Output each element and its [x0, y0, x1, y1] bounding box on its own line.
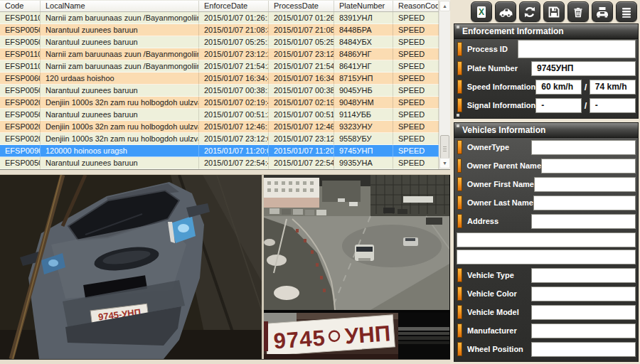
- violations-table: Code LocalName EnforceDate ProcessDate P…: [0, 0, 450, 170]
- list-icon: [620, 6, 633, 18]
- vehicles-panel: Vehicles Information OwnerType Owner Par…: [454, 122, 639, 362]
- plate-closeup-photo[interactable]: 9745 УНП: [264, 313, 398, 359]
- table-row[interactable]: EFSP0020 Denjiin 1000s 32n zam ruu holbo…: [0, 133, 439, 145]
- wheel-position-field[interactable]: [531, 342, 636, 357]
- table-row[interactable]: EFSP0050 Narantuul zuunees baruun 2015/0…: [0, 157, 439, 169]
- process-id-row: Process ID: [454, 39, 638, 59]
- scroll-up-icon[interactable]: ▲: [439, 1, 450, 11]
- vehicle-model-label: Vehicle Model: [467, 308, 531, 316]
- accent-bar: [457, 323, 462, 338]
- signal-second-field[interactable]: -: [590, 98, 636, 113]
- table-row[interactable]: EFSP0050 Narantuul zuunees baruun 2015/0…: [0, 109, 439, 121]
- table-row[interactable]: EFSP0020 Denjiin 1000s 32n zam ruu holbo…: [0, 121, 439, 133]
- closeup-plate-letters: УНП: [344, 321, 391, 348]
- table-row[interactable]: EFSP0050 Narantuul zuunees baruun 2015/0…: [0, 24, 439, 36]
- address-line2-field[interactable]: [457, 232, 636, 247]
- column-header-code[interactable]: Code: [0, 1, 41, 11]
- owner-first-name-label: Owner First Name: [467, 180, 534, 188]
- process-id-label: Process ID: [467, 45, 518, 53]
- accent-bar: [457, 305, 462, 319]
- speed-information-label: Speed Information: [467, 82, 536, 91]
- plate-number-label: Plate Number: [467, 64, 531, 73]
- accent-bar: [457, 80, 462, 94]
- speed-limit-field[interactable]: 60 km/h: [535, 80, 582, 95]
- signal-first-field[interactable]: -: [535, 98, 582, 113]
- scroll-down-icon[interactable]: ▼: [439, 158, 450, 168]
- svg-text:X: X: [479, 7, 484, 17]
- owner-type-row: OwnerType: [454, 138, 638, 156]
- owner-last-name-field[interactable]: [533, 196, 636, 210]
- column-header-enforcedate[interactable]: EnforceDate: [199, 1, 269, 11]
- table-scrollbar[interactable]: ▲ ▼: [439, 0, 450, 169]
- enforcement-app: Code LocalName EnforceDate ProcessDate P…: [0, 0, 640, 364]
- export-excel-button[interactable]: X: [471, 1, 492, 22]
- wheel-position-label: Wheel Position: [467, 345, 531, 353]
- owner-type-label: OwnerType: [467, 143, 531, 151]
- address-line3-field[interactable]: [457, 250, 636, 264]
- refresh-icon: [523, 6, 536, 18]
- owner-parent-name-row: Owner Parent Name: [454, 156, 638, 175]
- list-button[interactable]: [616, 1, 637, 22]
- bottom-strip: [0, 359, 450, 364]
- table-row[interactable]: EFSP0050 Narantuul zuunees baruun 2015/0…: [0, 85, 439, 97]
- accent-bar: [457, 214, 462, 228]
- column-header-processdate[interactable]: ProcessDate: [269, 1, 334, 11]
- evidence-photos: 9745-УНП: [0, 175, 450, 359]
- column-header-platenumber[interactable]: PlateNumber: [334, 1, 393, 11]
- accent-bar: [457, 42, 462, 56]
- owner-last-name-row: Owner Last Name: [454, 193, 638, 212]
- owner-parent-name-label: Owner Parent Name: [466, 161, 541, 170]
- column-header-localname[interactable]: LocalName: [41, 1, 199, 11]
- owner-type-field[interactable]: [531, 140, 636, 155]
- panel-grip: [457, 124, 459, 127]
- table-row[interactable]: EFSP0020 Denjiin 1000s 32n zam ruu holbo…: [0, 97, 439, 109]
- vehicle-color-label: Vehicle Color: [467, 289, 531, 298]
- table-row[interactable]: EFSP0090 120000 hoinoos uragsh 2015/01/0…: [0, 145, 439, 157]
- table-row[interactable]: EFSP0110 Narnii zam baruunaas zuun /Baya…: [0, 12, 439, 24]
- table-row[interactable]: EFSP0050 Narantuul zuunees baruun 2015/0…: [0, 36, 439, 48]
- signal-separator: /: [582, 100, 589, 111]
- accent-bar: [457, 268, 462, 282]
- vehicles-panel-title: Vehicles Information: [454, 123, 638, 138]
- vehicle-photo[interactable]: 9745-УНП: [0, 175, 262, 359]
- accent-bar: [457, 159, 462, 173]
- owner-last-name-label: Owner Last Name: [467, 198, 533, 207]
- excel-icon: X: [475, 6, 488, 18]
- vehicle-button[interactable]: [495, 1, 516, 22]
- accent-bar: [457, 196, 462, 210]
- vehicle-color-field[interactable]: [531, 287, 636, 301]
- save-button[interactable]: [543, 1, 565, 22]
- manufacturer-field[interactable]: [531, 323, 636, 338]
- plate-number-row: Plate Number 9745УНП: [454, 59, 638, 77]
- plate-number-field[interactable]: 9745УНП: [531, 61, 636, 76]
- refresh-button[interactable]: [519, 1, 540, 22]
- intersection-photo[interactable]: [264, 175, 449, 310]
- vehicle-color-row: Vehicle Color: [454, 284, 638, 303]
- enforcement-panel: Enforcement Information Process ID Plate…: [454, 23, 639, 119]
- delete-button[interactable]: [567, 1, 589, 22]
- owner-first-name-row: Owner First Name: [454, 175, 638, 193]
- table-row[interactable]: EFSP0060 120 urdaas hoishoo 2015/01/07 1…: [0, 73, 439, 85]
- process-id-field[interactable]: [518, 40, 636, 58]
- vehicle-model-row: Vehicle Model: [454, 303, 638, 321]
- owner-first-name-field[interactable]: [534, 177, 636, 192]
- table-row[interactable]: EFSP0110 Narnii zam baruunaas zuun /Baya…: [0, 48, 439, 60]
- table-header: Code LocalName EnforceDate ProcessDate P…: [0, 0, 439, 12]
- table-row[interactable]: EFSP0110 Narnii zam baruunaas zuun /Baya…: [0, 60, 439, 73]
- address-field[interactable]: [531, 214, 636, 229]
- vehicle-lookup-button[interactable]: [592, 1, 613, 22]
- closeup-plate-number: 9745: [273, 326, 326, 354]
- accent-bar: [457, 287, 462, 301]
- speed-measured-field[interactable]: 74 km/h: [590, 80, 636, 95]
- horizontal-divider: [0, 170, 450, 175]
- manufacturer-label: Manufacturer: [467, 326, 531, 335]
- column-header-reasoncode[interactable]: ReasonCode: [393, 1, 439, 11]
- left-column: Code LocalName EnforceDate ProcessDate P…: [0, 0, 450, 364]
- photo-filler: [398, 313, 449, 359]
- save-icon: [548, 6, 560, 18]
- car-icon: [498, 6, 513, 18]
- wheel-position-row: Wheel Position: [454, 340, 638, 358]
- vehicle-model-field[interactable]: [531, 305, 636, 320]
- owner-parent-name-field[interactable]: [541, 159, 636, 173]
- vehicle-type-field[interactable]: [531, 268, 636, 283]
